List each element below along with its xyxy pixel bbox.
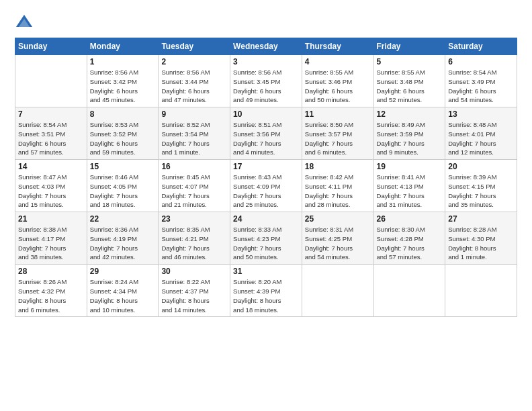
day-cell: 9Sunrise: 8:52 AM Sunset: 3:54 PM Daylig… [159, 107, 230, 160]
day-info: Sunrise: 8:54 AM Sunset: 3:49 PM Dayligh… [448, 68, 514, 105]
header-day-saturday: Saturday [445, 38, 517, 55]
week-row-1: 1Sunrise: 8:56 AM Sunset: 3:42 PM Daylig… [15, 55, 517, 107]
day-info: Sunrise: 8:47 AM Sunset: 4:03 PM Dayligh… [18, 173, 84, 210]
day-number: 23 [161, 214, 227, 224]
day-number: 29 [90, 267, 156, 276]
day-cell: 27Sunrise: 8:28 AM Sunset: 4:30 PM Dayli… [445, 212, 517, 265]
day-number: 15 [90, 162, 156, 171]
day-cell: 21Sunrise: 8:38 AM Sunset: 4:17 PM Dayli… [15, 212, 87, 265]
day-cell: 29Sunrise: 8:24 AM Sunset: 4:34 PM Dayli… [87, 265, 159, 317]
day-number: 12 [377, 109, 443, 119]
day-info: Sunrise: 8:55 AM Sunset: 3:48 PM Dayligh… [377, 68, 443, 105]
day-info: Sunrise: 8:22 AM Sunset: 4:37 PM Dayligh… [161, 277, 227, 314]
day-number: 3 [233, 57, 299, 66]
day-number: 22 [90, 214, 156, 224]
week-row-2: 7Sunrise: 8:54 AM Sunset: 3:51 PM Daylig… [15, 107, 517, 160]
day-cell: 14Sunrise: 8:47 AM Sunset: 4:03 PM Dayli… [15, 160, 87, 212]
day-cell: 15Sunrise: 8:46 AM Sunset: 4:05 PM Dayli… [87, 160, 159, 212]
header-day-sunday: Sunday [15, 38, 87, 55]
day-number: 27 [448, 214, 514, 224]
calendar-table: SundayMondayTuesdayWednesdayThursdayFrid… [15, 38, 517, 317]
day-cell: 17Sunrise: 8:43 AM Sunset: 4:09 PM Dayli… [230, 160, 302, 212]
day-cell: 12Sunrise: 8:49 AM Sunset: 3:59 PM Dayli… [373, 107, 445, 160]
logo-icon [15, 12, 34, 31]
day-number: 5 [377, 57, 443, 66]
day-number: 8 [90, 109, 156, 119]
day-number: 4 [305, 57, 371, 66]
day-number: 25 [305, 214, 371, 224]
day-cell: 1Sunrise: 8:56 AM Sunset: 3:42 PM Daylig… [87, 55, 159, 107]
header [15, 12, 517, 31]
day-number: 21 [18, 214, 84, 224]
day-info: Sunrise: 8:55 AM Sunset: 3:46 PM Dayligh… [305, 68, 371, 105]
page: SundayMondayTuesdayWednesdayThursdayFrid… [0, 0, 532, 411]
day-number: 20 [448, 162, 514, 171]
day-info: Sunrise: 8:42 AM Sunset: 4:11 PM Dayligh… [305, 173, 371, 210]
header-day-wednesday: Wednesday [230, 38, 302, 55]
day-number: 10 [233, 109, 299, 119]
day-number: 18 [305, 162, 371, 171]
day-info: Sunrise: 8:41 AM Sunset: 4:13 PM Dayligh… [377, 173, 443, 210]
day-cell: 25Sunrise: 8:31 AM Sunset: 4:25 PM Dayli… [302, 212, 373, 265]
day-cell: 5Sunrise: 8:55 AM Sunset: 3:48 PM Daylig… [373, 55, 445, 107]
day-number: 14 [18, 162, 84, 171]
day-info: Sunrise: 8:38 AM Sunset: 4:17 PM Dayligh… [18, 225, 84, 262]
day-number: 24 [233, 214, 299, 224]
day-info: Sunrise: 8:20 AM Sunset: 4:39 PM Dayligh… [233, 277, 299, 314]
week-row-4: 21Sunrise: 8:38 AM Sunset: 4:17 PM Dayli… [15, 212, 517, 265]
day-cell [373, 265, 445, 317]
day-cell: 22Sunrise: 8:36 AM Sunset: 4:19 PM Dayli… [87, 212, 159, 265]
day-info: Sunrise: 8:43 AM Sunset: 4:09 PM Dayligh… [233, 173, 299, 210]
day-cell: 20Sunrise: 8:39 AM Sunset: 4:15 PM Dayli… [445, 160, 517, 212]
day-info: Sunrise: 8:50 AM Sunset: 3:57 PM Dayligh… [305, 120, 371, 157]
day-cell: 31Sunrise: 8:20 AM Sunset: 4:39 PM Dayli… [230, 265, 302, 317]
day-info: Sunrise: 8:26 AM Sunset: 4:32 PM Dayligh… [18, 277, 84, 314]
day-cell: 6Sunrise: 8:54 AM Sunset: 3:49 PM Daylig… [445, 55, 517, 107]
day-cell: 11Sunrise: 8:50 AM Sunset: 3:57 PM Dayli… [302, 107, 373, 160]
day-number: 7 [18, 109, 84, 119]
day-info: Sunrise: 8:45 AM Sunset: 4:07 PM Dayligh… [161, 173, 227, 210]
day-number: 6 [448, 57, 514, 66]
day-info: Sunrise: 8:33 AM Sunset: 4:23 PM Dayligh… [233, 225, 299, 262]
header-day-friday: Friday [373, 38, 445, 55]
day-info: Sunrise: 8:24 AM Sunset: 4:34 PM Dayligh… [90, 277, 156, 314]
day-cell: 7Sunrise: 8:54 AM Sunset: 3:51 PM Daylig… [15, 107, 87, 160]
day-info: Sunrise: 8:56 AM Sunset: 3:45 PM Dayligh… [233, 68, 299, 105]
day-cell [445, 265, 517, 317]
day-number: 1 [90, 57, 156, 66]
day-info: Sunrise: 8:51 AM Sunset: 3:56 PM Dayligh… [233, 120, 299, 157]
day-cell: 4Sunrise: 8:55 AM Sunset: 3:46 PM Daylig… [302, 55, 373, 107]
day-info: Sunrise: 8:48 AM Sunset: 4:01 PM Dayligh… [448, 120, 514, 157]
day-cell: 23Sunrise: 8:35 AM Sunset: 4:21 PM Dayli… [159, 212, 230, 265]
week-row-5: 28Sunrise: 8:26 AM Sunset: 4:32 PM Dayli… [15, 265, 517, 317]
day-number: 9 [161, 109, 227, 119]
day-cell [15, 55, 87, 107]
day-cell [302, 265, 373, 317]
day-number: 19 [377, 162, 443, 171]
day-cell: 8Sunrise: 8:53 AM Sunset: 3:52 PM Daylig… [87, 107, 159, 160]
header-day-tuesday: Tuesday [159, 38, 230, 55]
day-cell: 26Sunrise: 8:30 AM Sunset: 4:28 PM Dayli… [373, 212, 445, 265]
day-info: Sunrise: 8:35 AM Sunset: 4:21 PM Dayligh… [161, 225, 227, 262]
day-cell: 30Sunrise: 8:22 AM Sunset: 4:37 PM Dayli… [159, 265, 230, 317]
day-cell: 3Sunrise: 8:56 AM Sunset: 3:45 PM Daylig… [230, 55, 302, 107]
day-info: Sunrise: 8:46 AM Sunset: 4:05 PM Dayligh… [90, 173, 156, 210]
day-number: 13 [448, 109, 514, 119]
day-number: 16 [161, 162, 227, 171]
week-row-3: 14Sunrise: 8:47 AM Sunset: 4:03 PM Dayli… [15, 160, 517, 212]
day-number: 28 [18, 267, 84, 276]
day-info: Sunrise: 8:39 AM Sunset: 4:15 PM Dayligh… [448, 173, 514, 210]
day-info: Sunrise: 8:28 AM Sunset: 4:30 PM Dayligh… [448, 225, 514, 262]
header-day-monday: Monday [87, 38, 159, 55]
day-info: Sunrise: 8:30 AM Sunset: 4:28 PM Dayligh… [377, 225, 443, 262]
day-cell: 16Sunrise: 8:45 AM Sunset: 4:07 PM Dayli… [159, 160, 230, 212]
day-info: Sunrise: 8:31 AM Sunset: 4:25 PM Dayligh… [305, 225, 371, 262]
day-info: Sunrise: 8:54 AM Sunset: 3:51 PM Dayligh… [18, 120, 84, 157]
day-number: 2 [161, 57, 227, 66]
day-info: Sunrise: 8:36 AM Sunset: 4:19 PM Dayligh… [90, 225, 156, 262]
day-info: Sunrise: 8:52 AM Sunset: 3:54 PM Dayligh… [161, 120, 227, 157]
header-day-thursday: Thursday [302, 38, 373, 55]
day-cell: 13Sunrise: 8:48 AM Sunset: 4:01 PM Dayli… [445, 107, 517, 160]
logo [15, 12, 36, 31]
day-cell: 18Sunrise: 8:42 AM Sunset: 4:11 PM Dayli… [302, 160, 373, 212]
